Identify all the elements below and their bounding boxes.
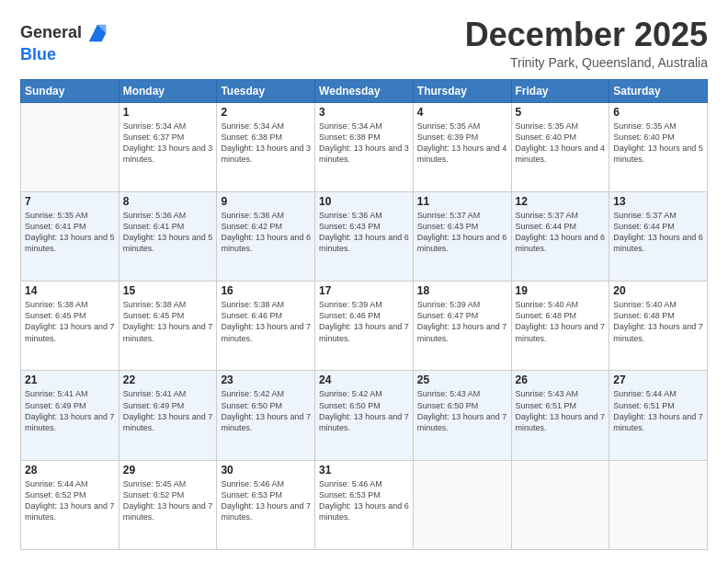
day-number: 1 [123,106,213,119]
day-info: Sunrise: 5:46 AMSunset: 6:53 PMDaylight:… [319,478,409,523]
title-block: December 2025 Trinity Park, Queensland, … [465,17,708,70]
day-info: Sunrise: 5:38 AMSunset: 6:45 PMDaylight:… [25,299,115,344]
day-number: 22 [123,373,213,386]
day-number: 26 [516,373,606,386]
calendar-cell: 24Sunrise: 5:42 AMSunset: 6:50 PMDayligh… [315,371,414,460]
day-number: 20 [613,284,703,297]
day-number: 14 [25,284,115,297]
calendar-week-row: 28Sunrise: 5:44 AMSunset: 6:52 PMDayligh… [21,460,708,549]
day-number: 16 [221,284,311,297]
weekday-header-sunday: Sunday [21,79,119,102]
day-info: Sunrise: 5:35 AMSunset: 6:39 PMDaylight:… [417,121,507,166]
calendar-cell [609,460,708,549]
day-info: Sunrise: 5:40 AMSunset: 6:48 PMDaylight:… [516,299,606,344]
day-info: Sunrise: 5:37 AMSunset: 6:44 PMDaylight:… [516,210,606,255]
calendar-week-row: 1Sunrise: 5:34 AMSunset: 6:37 PMDaylight… [21,102,708,191]
calendar-cell: 10Sunrise: 5:36 AMSunset: 6:43 PMDayligh… [315,191,414,281]
day-number: 12 [516,195,606,208]
calendar-cell: 17Sunrise: 5:39 AMSunset: 6:46 PMDayligh… [315,282,414,371]
day-number: 15 [123,284,213,297]
day-info: Sunrise: 5:36 AMSunset: 6:43 PMDaylight:… [319,210,409,255]
calendar-cell: 11Sunrise: 5:37 AMSunset: 6:43 PMDayligh… [413,191,511,281]
calendar-cell: 31Sunrise: 5:46 AMSunset: 6:53 PMDayligh… [315,460,414,549]
calendar-cell: 21Sunrise: 5:41 AMSunset: 6:49 PMDayligh… [21,371,119,460]
day-info: Sunrise: 5:34 AMSunset: 6:38 PMDaylight:… [221,121,311,166]
weekday-header-monday: Monday [119,79,217,102]
day-number: 8 [123,195,213,208]
calendar-week-row: 7Sunrise: 5:35 AMSunset: 6:41 PMDaylight… [21,191,708,281]
calendar-cell: 3Sunrise: 5:34 AMSunset: 6:38 PMDaylight… [315,102,414,191]
logo-blue: Blue [20,45,56,63]
calendar-cell: 27Sunrise: 5:44 AMSunset: 6:51 PMDayligh… [609,371,708,460]
day-info: Sunrise: 5:36 AMSunset: 6:42 PMDaylight:… [221,210,311,255]
day-info: Sunrise: 5:45 AMSunset: 6:52 PMDaylight:… [123,478,213,523]
day-number: 19 [516,284,606,297]
day-info: Sunrise: 5:41 AMSunset: 6:49 PMDaylight:… [25,388,115,433]
day-info: Sunrise: 5:34 AMSunset: 6:37 PMDaylight:… [123,121,213,166]
day-number: 28 [25,464,115,477]
day-number: 6 [613,106,703,119]
day-info: Sunrise: 5:37 AMSunset: 6:44 PMDaylight:… [613,210,703,255]
calendar-cell: 22Sunrise: 5:41 AMSunset: 6:49 PMDayligh… [119,371,217,460]
calendar-cell: 9Sunrise: 5:36 AMSunset: 6:42 PMDaylight… [217,191,315,281]
calendar-cell: 6Sunrise: 5:35 AMSunset: 6:40 PMDaylight… [609,102,708,191]
calendar-cell: 15Sunrise: 5:38 AMSunset: 6:45 PMDayligh… [119,282,217,371]
calendar-cell: 16Sunrise: 5:38 AMSunset: 6:46 PMDayligh… [217,282,315,371]
calendar-cell: 23Sunrise: 5:42 AMSunset: 6:50 PMDayligh… [217,371,315,460]
weekday-header-wednesday: Wednesday [315,79,414,102]
month-title: December 2025 [465,17,708,53]
calendar-cell: 12Sunrise: 5:37 AMSunset: 6:44 PMDayligh… [511,191,609,281]
calendar-cell [511,460,609,549]
calendar-cell: 2Sunrise: 5:34 AMSunset: 6:38 PMDaylight… [217,102,315,191]
day-number: 13 [613,195,703,208]
day-info: Sunrise: 5:38 AMSunset: 6:45 PMDaylight:… [123,299,213,344]
calendar-cell: 19Sunrise: 5:40 AMSunset: 6:48 PMDayligh… [511,282,609,371]
calendar-cell: 18Sunrise: 5:39 AMSunset: 6:47 PMDayligh… [413,282,511,371]
day-info: Sunrise: 5:46 AMSunset: 6:53 PMDaylight:… [221,478,311,523]
weekday-header-friday: Friday [511,79,609,102]
calendar-week-row: 14Sunrise: 5:38 AMSunset: 6:45 PMDayligh… [21,282,708,371]
day-number: 24 [319,373,409,386]
logo: General Blue [20,20,110,64]
day-number: 4 [417,106,507,119]
calendar-cell: 25Sunrise: 5:43 AMSunset: 6:50 PMDayligh… [413,371,511,460]
weekday-header-saturday: Saturday [609,79,708,102]
day-number: 3 [319,106,409,119]
day-number: 7 [25,195,115,208]
day-number: 25 [417,373,507,386]
calendar-table: SundayMondayTuesdayWednesdayThursdayFrid… [20,79,708,550]
calendar-week-row: 21Sunrise: 5:41 AMSunset: 6:49 PMDayligh… [21,371,708,460]
day-number: 18 [417,284,507,297]
calendar-cell: 4Sunrise: 5:35 AMSunset: 6:39 PMDaylight… [413,102,511,191]
logo-icon [85,20,110,46]
calendar-cell: 29Sunrise: 5:45 AMSunset: 6:52 PMDayligh… [119,460,217,549]
calendar-cell: 1Sunrise: 5:34 AMSunset: 6:37 PMDaylight… [119,102,217,191]
day-number: 30 [221,464,311,477]
day-number: 21 [25,373,115,386]
calendar-cell: 14Sunrise: 5:38 AMSunset: 6:45 PMDayligh… [21,282,119,371]
day-number: 23 [221,373,311,386]
day-number: 2 [221,106,311,119]
calendar-cell: 20Sunrise: 5:40 AMSunset: 6:48 PMDayligh… [609,282,708,371]
weekday-header-tuesday: Tuesday [217,79,315,102]
calendar-cell: 30Sunrise: 5:46 AMSunset: 6:53 PMDayligh… [217,460,315,549]
day-info: Sunrise: 5:39 AMSunset: 6:46 PMDaylight:… [319,299,409,344]
weekday-header-thursday: Thursday [413,79,511,102]
day-info: Sunrise: 5:43 AMSunset: 6:50 PMDaylight:… [417,388,507,433]
calendar-cell: 8Sunrise: 5:36 AMSunset: 6:41 PMDaylight… [119,191,217,281]
location-subtitle: Trinity Park, Queensland, Australia [465,55,708,70]
day-info: Sunrise: 5:35 AMSunset: 6:41 PMDaylight:… [25,210,115,255]
day-number: 27 [613,373,703,386]
day-info: Sunrise: 5:40 AMSunset: 6:48 PMDaylight:… [613,299,703,344]
day-number: 17 [319,284,409,297]
calendar-cell: 13Sunrise: 5:37 AMSunset: 6:44 PMDayligh… [609,191,708,281]
calendar-cell [413,460,511,549]
calendar-header-row: SundayMondayTuesdayWednesdayThursdayFrid… [21,79,708,102]
day-info: Sunrise: 5:44 AMSunset: 6:51 PMDaylight:… [613,388,703,433]
day-info: Sunrise: 5:36 AMSunset: 6:41 PMDaylight:… [123,210,213,255]
day-number: 10 [319,195,409,208]
day-info: Sunrise: 5:42 AMSunset: 6:50 PMDaylight:… [319,388,409,433]
day-info: Sunrise: 5:35 AMSunset: 6:40 PMDaylight:… [613,121,703,166]
page: General Blue December 2025 Trinity Park,… [0,0,728,563]
header: General Blue December 2025 Trinity Park,… [20,17,708,70]
